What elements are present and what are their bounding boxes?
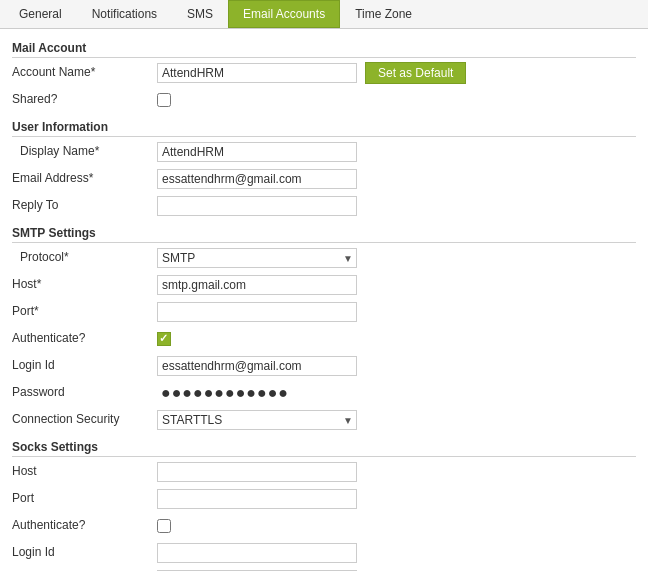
socks-settings-header: Socks Settings (12, 436, 636, 457)
connection-security-select[interactable]: STARTTLS SSL/TLS None (157, 410, 357, 430)
reply-to-label: Reply To (12, 198, 157, 214)
smtp-login-input[interactable] (157, 356, 357, 376)
smtp-password-dots: ●●●●●●●●●●●● (157, 384, 293, 402)
account-name-row: Account Name* Set as Default (12, 62, 636, 84)
tab-bar: General Notifications SMS Email Accounts… (0, 0, 648, 29)
protocol-label: Protocol* (12, 250, 157, 266)
reply-to-input[interactable] (157, 196, 357, 216)
smtp-password-row: Password ●●●●●●●●●●●● (12, 382, 636, 404)
account-name-label: Account Name* (12, 65, 157, 81)
smtp-authenticate-checkbox[interactable] (157, 332, 171, 346)
shared-row: Shared? (12, 89, 636, 111)
smtp-login-row: Login Id (12, 355, 636, 377)
socks-authenticate-label: Authenticate? (12, 518, 157, 534)
shared-checkbox[interactable] (157, 93, 171, 107)
socks-port-row: Port (12, 488, 636, 510)
socks-login-row: Login Id (12, 542, 636, 564)
socks-host-input[interactable] (157, 462, 357, 482)
smtp-host-label: Host* (12, 277, 157, 293)
smtp-password-label: Password (12, 385, 157, 401)
tab-email-accounts[interactable]: Email Accounts (228, 0, 340, 28)
socks-port-label: Port (12, 491, 157, 507)
tab-general[interactable]: General (4, 0, 77, 28)
protocol-select[interactable]: SMTP SMTPS (157, 248, 357, 268)
email-address-input[interactable] (157, 169, 357, 189)
mail-account-header: Mail Account (12, 37, 636, 58)
connection-security-row: Connection Security STARTTLS SSL/TLS Non… (12, 409, 636, 431)
socks-login-input[interactable] (157, 543, 357, 563)
socks-host-row: Host (12, 461, 636, 483)
smtp-host-input[interactable] (157, 275, 357, 295)
smtp-port-row: Port* (12, 301, 636, 323)
user-information-header: User Information (12, 116, 636, 137)
smtp-port-label: Port* (12, 304, 157, 320)
socks-login-label: Login Id (12, 545, 157, 561)
set-default-button[interactable]: Set as Default (365, 62, 466, 84)
socks-authenticate-row: Authenticate? (12, 515, 636, 537)
smtp-authenticate-row: Authenticate? (12, 328, 636, 350)
smtp-login-label: Login Id (12, 358, 157, 374)
display-name-label: Display Name* (12, 144, 157, 160)
email-address-row: Email Address* (12, 168, 636, 190)
smtp-port-input[interactable] (157, 302, 357, 322)
tab-sms[interactable]: SMS (172, 0, 228, 28)
shared-label: Shared? (12, 92, 157, 108)
protocol-row: Protocol* SMTP SMTPS ▼ (12, 247, 636, 269)
smtp-settings-header: SMTP Settings (12, 222, 636, 243)
socks-host-label: Host (12, 464, 157, 480)
smtp-authenticate-label: Authenticate? (12, 331, 157, 347)
display-name-row: Display Name* (12, 141, 636, 163)
main-content: Mail Account Account Name* Set as Defaul… (0, 29, 648, 571)
tab-time-zone[interactable]: Time Zone (340, 0, 427, 28)
connection-security-select-wrapper: STARTTLS SSL/TLS None ▼ (157, 410, 357, 430)
smtp-host-row: Host* (12, 274, 636, 296)
reply-to-row: Reply To (12, 195, 636, 217)
display-name-input[interactable] (157, 142, 357, 162)
socks-port-input[interactable] (157, 489, 357, 509)
account-name-input[interactable] (157, 63, 357, 83)
email-address-label: Email Address* (12, 171, 157, 187)
socks-authenticate-checkbox[interactable] (157, 519, 171, 533)
protocol-select-wrapper: SMTP SMTPS ▼ (157, 248, 357, 268)
tab-notifications[interactable]: Notifications (77, 0, 172, 28)
connection-security-label: Connection Security (12, 412, 157, 428)
